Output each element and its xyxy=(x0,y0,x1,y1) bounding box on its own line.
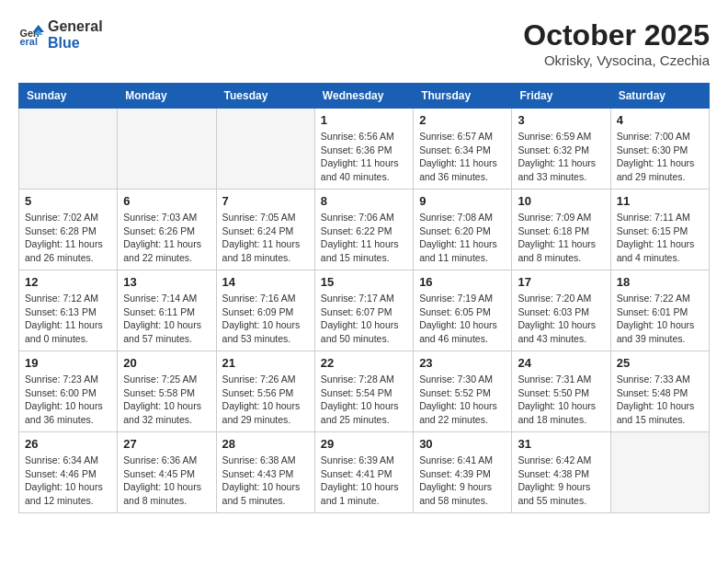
day-number: 4 xyxy=(617,113,703,127)
calendar-cell: 21Sunrise: 7:26 AM Sunset: 5:56 PM Dayli… xyxy=(216,351,314,432)
day-info: Sunrise: 7:30 AM Sunset: 5:52 PM Dayligh… xyxy=(419,373,506,427)
calendar-cell xyxy=(19,109,118,190)
calendar-cell: 22Sunrise: 7:28 AM Sunset: 5:54 PM Dayli… xyxy=(314,351,413,432)
day-number: 28 xyxy=(222,437,309,451)
day-number: 22 xyxy=(321,356,407,370)
day-number: 21 xyxy=(222,356,309,370)
page-header: Gen eral General Blue October 2025 Okris… xyxy=(18,18,710,68)
month-title: October 2025 xyxy=(523,18,710,52)
weekday-header-tuesday: Tuesday xyxy=(216,84,314,109)
weekday-header-friday: Friday xyxy=(512,84,610,109)
calendar-cell: 26Sunrise: 6:34 AM Sunset: 4:46 PM Dayli… xyxy=(19,432,118,513)
calendar-cell: 25Sunrise: 7:33 AM Sunset: 5:48 PM Dayli… xyxy=(610,351,709,432)
day-number: 20 xyxy=(123,356,210,370)
day-number: 18 xyxy=(617,275,703,289)
calendar-cell: 8Sunrise: 7:06 AM Sunset: 6:22 PM Daylig… xyxy=(314,190,413,270)
day-number: 3 xyxy=(518,113,604,127)
day-info: Sunrise: 7:00 AM Sunset: 6:30 PM Dayligh… xyxy=(617,130,703,184)
day-number: 24 xyxy=(518,356,604,370)
day-info: Sunrise: 7:33 AM Sunset: 5:48 PM Dayligh… xyxy=(617,373,703,427)
day-number: 9 xyxy=(419,194,506,208)
day-info: Sunrise: 6:57 AM Sunset: 6:34 PM Dayligh… xyxy=(419,130,506,184)
calendar-cell: 2Sunrise: 6:57 AM Sunset: 6:34 PM Daylig… xyxy=(414,109,512,190)
day-number: 15 xyxy=(321,275,407,289)
day-info: Sunrise: 7:06 AM Sunset: 6:22 PM Dayligh… xyxy=(321,211,407,265)
day-number: 19 xyxy=(25,356,111,370)
week-row-5: 26Sunrise: 6:34 AM Sunset: 4:46 PM Dayli… xyxy=(19,432,710,513)
calendar-cell: 27Sunrise: 6:36 AM Sunset: 4:45 PM Dayli… xyxy=(118,432,216,513)
location: Okrisky, Vysocina, Czechia xyxy=(523,52,710,68)
logo: Gen eral General Blue xyxy=(18,18,103,52)
day-number: 25 xyxy=(617,356,703,370)
calendar-cell: 1Sunrise: 6:56 AM Sunset: 6:36 PM Daylig… xyxy=(314,109,413,190)
calendar-cell: 5Sunrise: 7:02 AM Sunset: 6:28 PM Daylig… xyxy=(19,190,118,270)
week-row-2: 5Sunrise: 7:02 AM Sunset: 6:28 PM Daylig… xyxy=(19,190,710,270)
day-info: Sunrise: 7:17 AM Sunset: 6:07 PM Dayligh… xyxy=(321,292,407,346)
calendar-cell: 18Sunrise: 7:22 AM Sunset: 6:01 PM Dayli… xyxy=(610,270,709,351)
calendar-cell xyxy=(610,432,709,513)
week-row-3: 12Sunrise: 7:12 AM Sunset: 6:13 PM Dayli… xyxy=(19,270,710,351)
calendar-cell: 29Sunrise: 6:39 AM Sunset: 4:41 PM Dayli… xyxy=(314,432,413,513)
day-number: 10 xyxy=(518,194,604,208)
day-info: Sunrise: 6:34 AM Sunset: 4:46 PM Dayligh… xyxy=(25,454,111,508)
calendar-cell xyxy=(216,109,314,190)
calendar-cell: 10Sunrise: 7:09 AM Sunset: 6:18 PM Dayli… xyxy=(512,190,610,270)
week-row-4: 19Sunrise: 7:23 AM Sunset: 6:00 PM Dayli… xyxy=(19,351,710,432)
day-number: 23 xyxy=(419,356,506,370)
day-number: 26 xyxy=(25,437,111,451)
day-info: Sunrise: 7:25 AM Sunset: 5:58 PM Dayligh… xyxy=(123,373,210,427)
day-info: Sunrise: 6:42 AM Sunset: 4:38 PM Dayligh… xyxy=(518,454,604,508)
day-info: Sunrise: 7:11 AM Sunset: 6:15 PM Dayligh… xyxy=(617,211,703,265)
day-number: 2 xyxy=(419,113,506,127)
day-number: 14 xyxy=(222,275,309,289)
day-info: Sunrise: 6:41 AM Sunset: 4:39 PM Dayligh… xyxy=(419,454,506,508)
svg-text:eral: eral xyxy=(20,36,38,47)
day-number: 12 xyxy=(25,275,111,289)
calendar-cell: 3Sunrise: 6:59 AM Sunset: 6:32 PM Daylig… xyxy=(512,109,610,190)
day-info: Sunrise: 7:28 AM Sunset: 5:54 PM Dayligh… xyxy=(321,373,407,427)
day-number: 30 xyxy=(419,437,506,451)
week-row-1: 1Sunrise: 6:56 AM Sunset: 6:36 PM Daylig… xyxy=(19,109,710,190)
day-info: Sunrise: 7:26 AM Sunset: 5:56 PM Dayligh… xyxy=(222,373,309,427)
day-number: 17 xyxy=(518,275,604,289)
day-info: Sunrise: 7:19 AM Sunset: 6:05 PM Dayligh… xyxy=(419,292,506,346)
day-number: 8 xyxy=(321,194,407,208)
day-info: Sunrise: 7:23 AM Sunset: 6:00 PM Dayligh… xyxy=(25,373,111,427)
weekday-header-saturday: Saturday xyxy=(610,84,709,109)
day-info: Sunrise: 6:38 AM Sunset: 4:43 PM Dayligh… xyxy=(222,454,309,508)
day-info: Sunrise: 7:14 AM Sunset: 6:11 PM Dayligh… xyxy=(123,292,210,346)
day-number: 13 xyxy=(123,275,210,289)
calendar-cell: 7Sunrise: 7:05 AM Sunset: 6:24 PM Daylig… xyxy=(216,190,314,270)
day-info: Sunrise: 7:02 AM Sunset: 6:28 PM Dayligh… xyxy=(25,211,111,265)
logo-icon: Gen eral xyxy=(18,22,44,48)
calendar-cell: 12Sunrise: 7:12 AM Sunset: 6:13 PM Dayli… xyxy=(19,270,118,351)
calendar-cell: 4Sunrise: 7:00 AM Sunset: 6:30 PM Daylig… xyxy=(610,109,709,190)
day-info: Sunrise: 7:31 AM Sunset: 5:50 PM Dayligh… xyxy=(518,373,604,427)
calendar-cell: 28Sunrise: 6:38 AM Sunset: 4:43 PM Dayli… xyxy=(216,432,314,513)
calendar-cell: 15Sunrise: 7:17 AM Sunset: 6:07 PM Dayli… xyxy=(314,270,413,351)
day-info: Sunrise: 7:09 AM Sunset: 6:18 PM Dayligh… xyxy=(518,211,604,265)
day-info: Sunrise: 7:20 AM Sunset: 6:03 PM Dayligh… xyxy=(518,292,604,346)
day-number: 7 xyxy=(222,194,309,208)
day-number: 27 xyxy=(123,437,210,451)
calendar-cell: 30Sunrise: 6:41 AM Sunset: 4:39 PM Dayli… xyxy=(414,432,512,513)
day-info: Sunrise: 7:12 AM Sunset: 6:13 PM Dayligh… xyxy=(25,292,111,346)
calendar-cell: 16Sunrise: 7:19 AM Sunset: 6:05 PM Dayli… xyxy=(414,270,512,351)
calendar-cell: 24Sunrise: 7:31 AM Sunset: 5:50 PM Dayli… xyxy=(512,351,610,432)
logo-text: General Blue xyxy=(48,18,103,52)
calendar-cell: 31Sunrise: 6:42 AM Sunset: 4:38 PM Dayli… xyxy=(512,432,610,513)
day-info: Sunrise: 6:36 AM Sunset: 4:45 PM Dayligh… xyxy=(123,454,210,508)
day-info: Sunrise: 6:39 AM Sunset: 4:41 PM Dayligh… xyxy=(321,454,407,508)
weekday-header-sunday: Sunday xyxy=(19,84,118,109)
day-info: Sunrise: 6:56 AM Sunset: 6:36 PM Dayligh… xyxy=(321,130,407,184)
day-info: Sunrise: 7:03 AM Sunset: 6:26 PM Dayligh… xyxy=(123,211,210,265)
weekday-header-row: SundayMondayTuesdayWednesdayThursdayFrid… xyxy=(19,84,710,109)
calendar-cell: 13Sunrise: 7:14 AM Sunset: 6:11 PM Dayli… xyxy=(118,270,216,351)
day-info: Sunrise: 7:16 AM Sunset: 6:09 PM Dayligh… xyxy=(222,292,309,346)
calendar-table: SundayMondayTuesdayWednesdayThursdayFrid… xyxy=(18,83,710,513)
weekday-header-monday: Monday xyxy=(118,84,216,109)
day-number: 6 xyxy=(123,194,210,208)
calendar-cell: 9Sunrise: 7:08 AM Sunset: 6:20 PM Daylig… xyxy=(414,190,512,270)
calendar-cell: 14Sunrise: 7:16 AM Sunset: 6:09 PM Dayli… xyxy=(216,270,314,351)
title-block: October 2025 Okrisky, Vysocina, Czechia xyxy=(523,18,710,68)
